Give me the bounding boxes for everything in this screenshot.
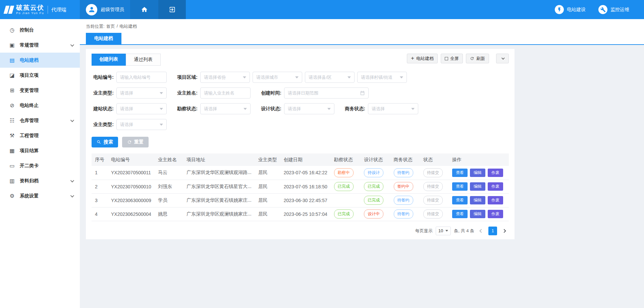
sidebar-item-warehouse-mgmt[interactable]: ☷ 仓库管理 <box>0 113 80 128</box>
status-badge: 待提交 <box>423 209 443 219</box>
view-button[interactable]: 查看 <box>452 182 468 191</box>
business-status-select[interactable]: 请选择 <box>368 103 418 114</box>
void-button[interactable]: 作废 <box>488 196 503 204</box>
refresh-icon <box>470 56 474 61</box>
copy-icon: ⊞ <box>9 87 15 94</box>
cell-address: 广东深圳龙华区黄石镇星官大... <box>183 180 255 193</box>
chevron-down-icon <box>244 108 247 110</box>
cell-index: 1 <box>92 166 108 180</box>
column-header: 商务状态 <box>390 153 420 166</box>
edit-button[interactable]: 编辑 <box>470 182 485 191</box>
content-card: 创建列表通过列表 +电站建档全屏刷新 电站编号:项目区域:请选择省份请选择城市请… <box>86 49 515 239</box>
nav-monitoring-ops[interactable]: 监控运维 <box>598 5 629 14</box>
province-select[interactable]: 请选择省份 <box>200 72 250 83</box>
cell-owner-type: 居民 <box>255 193 280 207</box>
sidebar-item-console[interactable]: ◷ 控制台 <box>0 22 80 38</box>
page-number-1[interactable]: 1 <box>488 227 497 235</box>
breadcrumb-current: 电站建档 <box>119 23 137 29</box>
cell-owner-name: 马云 <box>155 166 183 180</box>
void-button[interactable]: 作废 <box>488 169 503 177</box>
create-time-range[interactable]: 请选择日期范围 <box>284 87 369 99</box>
next-page-button[interactable] <box>500 227 508 235</box>
fullscreen-button[interactable]: 全屏 <box>441 54 463 63</box>
view-button[interactable]: 查看 <box>452 169 468 177</box>
status-badge: 已完成 <box>364 182 383 191</box>
sidebar-item-general-mgmt[interactable]: ▣ 常规管理 <box>0 38 80 53</box>
sidebar-item-class2-card[interactable]: ▭ 开二类卡 <box>0 158 80 173</box>
page-head: 当前位置: 首页 / 电站建档 电站建档 <box>80 19 644 45</box>
reset-button[interactable]: 重置 <box>122 137 149 147</box>
tab-passed-list[interactable]: 通过列表 <box>126 54 161 66</box>
filter-label: 设计状态: <box>259 106 281 112</box>
search-icon <box>97 140 101 144</box>
cell-owner-type: 居民 <box>255 180 280 193</box>
build-status-select[interactable]: 请选择 <box>116 103 167 114</box>
collapse-filters-button[interactable] <box>496 54 509 63</box>
station-code-input[interactable] <box>116 72 167 83</box>
cell-actions: 查看编辑作废 <box>449 207 509 221</box>
sidebar-item-engineering-mgmt[interactable]: ⚒ 工程管理 <box>0 128 80 143</box>
breadcrumb-separator: / <box>117 23 118 29</box>
sidebar-item-label: 常规管理 <box>20 42 66 48</box>
void-button[interactable]: 作废 <box>488 210 503 218</box>
sidebar-item-station-termination[interactable]: ⊘ 电站终止 <box>0 98 80 113</box>
void-button[interactable]: 作废 <box>488 182 503 191</box>
tab-create-list[interactable]: 创建列表 <box>92 54 126 66</box>
nav-station-construction[interactable]: 电站建设 <box>555 5 586 14</box>
per-page-select[interactable]: 10 <box>436 227 451 235</box>
status-badge: 待提交 <box>423 196 443 205</box>
column-header: 业主姓名 <box>155 153 183 166</box>
owner-name-input[interactable] <box>200 87 251 99</box>
edit-button[interactable]: 编辑 <box>470 169 485 177</box>
view-button[interactable]: 查看 <box>452 196 468 204</box>
edit-button[interactable]: 编辑 <box>470 196 485 204</box>
total-count-label: 条, 共 4 条 <box>454 228 474 234</box>
cell-survey-status: 已完成 <box>331 180 361 193</box>
prev-page-button[interactable] <box>477 227 485 235</box>
cell-owner-name: 姚思 <box>155 207 183 221</box>
cell-created-date: 2023-07-05 16:18:50 <box>280 180 331 193</box>
breadcrumb-home[interactable]: 首页 <box>106 23 115 29</box>
plus-icon: + <box>411 55 414 61</box>
sidebar-item-label: 控制台 <box>20 27 73 33</box>
sidebar-item-station-filing[interactable]: ▤ 电站建档 <box>0 53 80 68</box>
refresh-button[interactable]: 刷新 <box>466 54 489 63</box>
logo[interactable]: 破茧云伏 Po Jian Yun Fu 代理端 <box>0 0 80 19</box>
county-select[interactable]: 请选择县/区 <box>305 72 355 83</box>
sidebar-item-label: 项目结算 <box>20 148 73 154</box>
owner-type-select-2[interactable]: 请选择 <box>116 119 167 130</box>
column-header: 电站编号 <box>108 153 155 166</box>
town-select[interactable]: 请选择村镇/街道 <box>357 72 407 83</box>
filter-label: 商务状态: <box>343 106 365 112</box>
cell-actions: 查看编辑作废 <box>449 166 509 180</box>
home-button[interactable] <box>130 0 158 19</box>
sidebar-item-project-initiation[interactable]: ◪ 项目立项 <box>0 68 80 83</box>
page-tab-station-filing[interactable]: 电站建档 <box>86 33 121 44</box>
calculator-icon: ▦ <box>9 147 15 154</box>
user-menu[interactable]: 超级管理员 <box>80 0 130 19</box>
filter-label: 项目区域: <box>175 74 198 80</box>
cell-business-status: 签约中 <box>390 180 420 193</box>
sidebar-item-project-settlement[interactable]: ▦ 项目结算 <box>0 143 80 158</box>
logout-button[interactable] <box>158 0 186 19</box>
cell-design-status: 已完成 <box>361 180 390 193</box>
briefcase-icon: ◪ <box>9 72 15 78</box>
view-button[interactable]: 查看 <box>452 210 468 218</box>
owner-type-select[interactable]: 请选择 <box>116 87 167 99</box>
add-station-button[interactable]: +电站建档 <box>407 54 438 63</box>
cell-survey-status <box>331 193 361 207</box>
sidebar-item-data-archive[interactable]: ▥ 资料归档 <box>0 173 80 188</box>
chevron-down-icon <box>445 230 448 232</box>
status-badge: 待签约 <box>394 209 413 219</box>
sidebar-item-change-mgmt[interactable]: ⊞ 变更管理 <box>0 83 80 98</box>
cell-owner-name: 刘强东 <box>155 180 183 193</box>
calendar-icon <box>360 90 365 96</box>
sidebar-item-system-settings[interactable]: ⚙ 系统设置 <box>0 188 80 203</box>
breadcrumb-label: 当前位置: <box>86 23 105 29</box>
cell-station-code: YX2023070500011 <box>108 166 155 180</box>
edit-button[interactable]: 编辑 <box>470 210 485 218</box>
survey-status-select[interactable]: 请选择 <box>200 103 251 114</box>
city-select[interactable]: 请选择城市 <box>253 72 302 83</box>
search-button[interactable]: 搜索 <box>92 137 118 147</box>
design-status-select[interactable]: 请选择 <box>284 103 334 114</box>
